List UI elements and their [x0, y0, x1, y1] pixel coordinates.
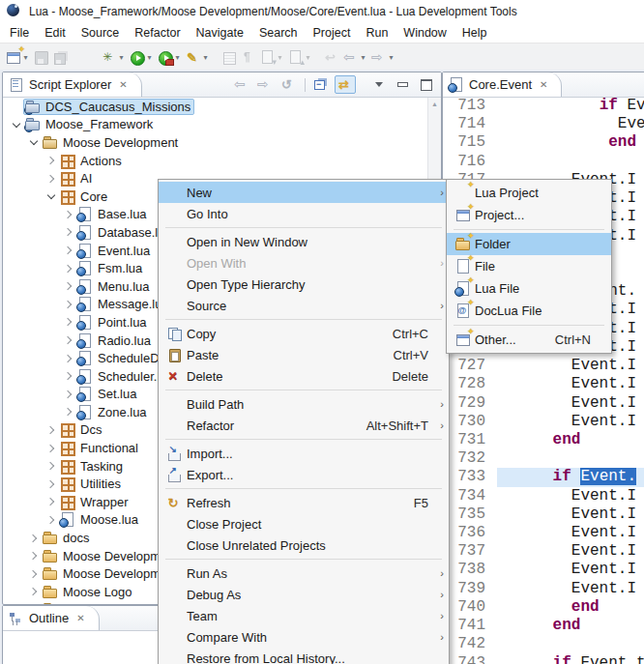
menu-item-import[interactable]: Import... — [159, 443, 449, 464]
menu-item-delete[interactable]: DeleteDelete — [159, 365, 449, 387]
dropdown-arrow-icon[interactable]: ▾ — [173, 53, 182, 62]
debug-button[interactable]: ▾ — [101, 45, 127, 69]
forward-button[interactable]: ▾ — [370, 45, 396, 69]
close-icon[interactable]: ✕ — [540, 79, 547, 90]
menu-window[interactable]: Window — [395, 24, 454, 42]
tab-outline[interactable]: Outline ✕ — [3, 606, 100, 630]
menu-item-new[interactable]: New› — [159, 182, 449, 203]
tree-item[interactable]: Actions — [3, 152, 428, 170]
minimize-button[interactable] — [393, 75, 414, 94]
chevron-collapsed-icon[interactable] — [61, 247, 76, 253]
chevron-collapsed-icon[interactable] — [44, 463, 59, 469]
close-icon[interactable]: ✕ — [119, 79, 127, 90]
dropdown-arrow-icon[interactable]: ▾ — [304, 53, 312, 62]
chevron-collapsed-icon[interactable] — [61, 266, 76, 272]
format-brush-button[interactable]: ▾ — [185, 45, 211, 69]
chevron-collapsed-icon[interactable] — [44, 481, 59, 487]
save-button[interactable] — [33, 45, 50, 69]
menu-item-team[interactable]: Team› — [159, 605, 449, 626]
link-with-editor-button[interactable] — [335, 75, 356, 94]
next-annotation-button[interactable]: ▾ — [259, 45, 285, 69]
maximize-button[interactable] — [416, 75, 437, 94]
tree-item[interactable]: DCS_Caucasus_Missions — [3, 98, 428, 116]
chevron-collapsed-icon[interactable] — [61, 302, 76, 307]
chevron-collapsed-icon[interactable] — [61, 229, 76, 235]
go-up-button[interactable] — [278, 75, 299, 94]
chevron-collapsed-icon[interactable] — [61, 283, 76, 289]
menu-item-open-with[interactable]: Open With› — [159, 252, 449, 274]
tab-core-event[interactable]: Core.Event ✕ — [443, 72, 562, 97]
menu-source[interactable]: Source — [73, 24, 128, 42]
chevron-collapsed-icon[interactable] — [61, 356, 76, 361]
menu-item-open-type-hierarchy[interactable]: Open Type Hierarchy — [159, 274, 449, 295]
menu-item-lua-project[interactable]: ✦Lua Project — [447, 182, 611, 204]
chevron-expanded-icon[interactable] — [26, 140, 42, 144]
profile-button[interactable]: ▾ — [157, 45, 183, 69]
menu-edit[interactable]: Edit — [37, 24, 73, 42]
chevron-collapsed-icon[interactable] — [26, 553, 42, 559]
view-forward-button[interactable] — [254, 75, 276, 94]
menu-item-doclua-file[interactable]: ✦DocLua File — [447, 300, 611, 322]
save-all-button[interactable] — [52, 45, 70, 69]
chevron-collapsed-icon[interactable] — [26, 535, 42, 541]
new-wizard-button[interactable]: ✦▾ — [5, 45, 31, 69]
dropdown-arrow-icon[interactable]: ▾ — [276, 53, 284, 62]
menu-item-project[interactable]: ✦Project... — [447, 204, 611, 226]
chevron-collapsed-icon[interactable] — [61, 337, 76, 343]
chevron-collapsed-icon[interactable] — [61, 212, 76, 217]
chevron-collapsed-icon[interactable] — [26, 571, 42, 577]
menu-item-file[interactable]: ✦File — [447, 255, 611, 277]
show-whitespace-button[interactable] — [240, 45, 257, 69]
menu-item-close-unrelated-projects[interactable]: Close Unrelated Projects — [159, 534, 449, 556]
collapse-all-button[interactable] — [311, 75, 333, 94]
chevron-collapsed-icon[interactable] — [61, 409, 76, 415]
menu-run[interactable]: Run — [358, 24, 395, 42]
menu-item-open-in-new-window[interactable]: Open in New Window — [159, 231, 449, 252]
menu-item-go-into[interactable]: Go Into — [159, 203, 449, 224]
chevron-collapsed-icon[interactable] — [44, 176, 59, 182]
menu-item-run-as[interactable]: Run As› — [159, 563, 449, 584]
dropdown-arrow-icon[interactable]: ▾ — [387, 53, 395, 62]
menu-item-refactor[interactable]: RefactorAlt+Shift+T› — [159, 415, 449, 436]
dropdown-arrow-icon[interactable]: ▾ — [201, 53, 210, 62]
dropdown-arrow-icon[interactable]: ▾ — [359, 53, 367, 62]
menu-project[interactable]: Project — [306, 24, 359, 42]
view-back-button[interactable] — [231, 75, 252, 94]
menu-file[interactable]: File — [2, 24, 37, 42]
menu-item-export[interactable]: Export... — [159, 464, 449, 485]
tree-item[interactable]: Moose_Framework — [3, 116, 428, 134]
chevron-collapsed-icon[interactable] — [44, 427, 59, 433]
menu-refactor[interactable]: Refactor — [127, 24, 188, 42]
menu-item-build-path[interactable]: Build Path› — [159, 393, 449, 415]
chevron-expanded-icon[interactable] — [9, 123, 24, 127]
menu-item-close-project[interactable]: Close Project — [159, 513, 449, 534]
menu-item-paste[interactable]: PasteCtrl+V — [159, 344, 449, 365]
tab-script-explorer[interactable]: Script Explorer ✕ — [3, 72, 142, 97]
back-button[interactable]: ▾ — [342, 45, 368, 69]
menu-navigate[interactable]: Navigate — [189, 24, 251, 42]
dropdown-arrow-icon[interactable]: ▾ — [117, 53, 126, 62]
view-menu-button[interactable] — [369, 75, 391, 94]
close-icon[interactable]: ✕ — [76, 613, 84, 623]
menu-item-refresh[interactable]: RefreshF5 — [159, 492, 449, 513]
menu-item-copy[interactable]: CopyCtrl+C — [159, 323, 449, 344]
scroll-up-icon[interactable]: ▲ — [431, 101, 438, 107]
menu-item-other[interactable]: ✦Other...Ctrl+N — [447, 329, 611, 351]
chevron-expanded-icon[interactable] — [44, 194, 59, 198]
chevron-collapsed-icon[interactable] — [61, 391, 76, 397]
run-button[interactable]: ▾ — [129, 45, 155, 69]
menu-item-compare-with[interactable]: Compare With› — [159, 626, 449, 648]
menu-item-folder[interactable]: ✦Folder — [447, 233, 611, 255]
tree-item[interactable]: Moose Development — [3, 133, 428, 152]
chevron-collapsed-icon[interactable] — [44, 517, 59, 523]
prev-annotation-button[interactable]: ▾ — [287, 45, 313, 69]
chevron-collapsed-icon[interactable] — [61, 319, 76, 325]
dropdown-arrow-icon[interactable]: ▾ — [145, 53, 154, 62]
open-element-button[interactable] — [220, 45, 238, 69]
chevron-collapsed-icon[interactable] — [44, 499, 59, 505]
menu-search[interactable]: Search — [251, 24, 306, 42]
chevron-collapsed-icon[interactable] — [44, 446, 59, 451]
menu-item-restore-from-local-history[interactable]: Restore from Local History... — [159, 648, 449, 664]
chevron-collapsed-icon[interactable] — [26, 589, 42, 594]
chevron-collapsed-icon[interactable] — [44, 158, 59, 163]
